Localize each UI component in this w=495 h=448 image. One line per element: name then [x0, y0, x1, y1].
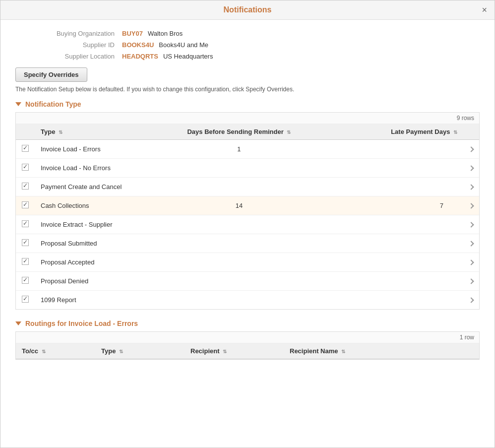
- late-payment-cell: [334, 159, 463, 178]
- checkbox-cell: [16, 253, 35, 272]
- tocc-sort-icon: ⇅: [42, 349, 46, 354]
- table-row[interactable]: Invoice Extract - Supplier: [16, 215, 479, 234]
- checkbox-cell: [16, 159, 35, 178]
- row-checkbox[interactable]: [22, 277, 29, 284]
- table-row[interactable]: Proposal Submitted: [16, 234, 479, 253]
- chevron-right-icon[interactable]: [468, 278, 474, 284]
- supplier-loc-label: Supplier Location: [15, 53, 115, 60]
- checkbox-cell: [16, 196, 35, 215]
- row-checkbox[interactable]: [22, 220, 29, 227]
- chevron-cell[interactable]: [463, 140, 479, 159]
- row-checkbox[interactable]: [22, 296, 29, 303]
- type-cell: Cash Collections: [35, 196, 144, 215]
- routings-type-column-header[interactable]: Type ⇅: [95, 343, 185, 359]
- type-cell: Invoice Load - No Errors: [35, 159, 144, 178]
- days-before-cell: 14: [144, 196, 334, 215]
- table-row[interactable]: Payment Create and Cancel: [16, 178, 479, 196]
- supplier-loc-row: Supplier Location HEADQRTS US Headquarte…: [15, 53, 480, 60]
- late-payment-cell: [334, 140, 463, 159]
- chevron-right-icon[interactable]: [468, 297, 474, 303]
- chevron-cell[interactable]: [463, 291, 479, 310]
- notification-note: The Notification Setup below is defaulte…: [15, 86, 480, 93]
- routings-header-row: To/cc ⇅ Type ⇅ Recipient ⇅ Recipient Nam…: [16, 343, 479, 359]
- chevron-cell[interactable]: [463, 159, 479, 178]
- table-row[interactable]: 1099 Report: [16, 291, 479, 310]
- routings-row-count: 1 row: [16, 332, 479, 343]
- type-cell: 1099 Report: [35, 291, 144, 310]
- recipient-sort-icon: ⇅: [223, 349, 227, 354]
- chevron-cell[interactable]: [463, 178, 479, 196]
- checkbox-cell: [16, 291, 35, 310]
- days-before-cell: [144, 291, 334, 310]
- days-before-cell: [144, 272, 334, 291]
- recipient-column-header[interactable]: Recipient ⇅: [185, 343, 284, 359]
- collapse-notification-type-icon[interactable]: [15, 102, 21, 106]
- supplier-id-name: Books4U and Me: [159, 41, 208, 49]
- days-before-column-header[interactable]: Days Before Sending Reminder ⇅: [144, 124, 334, 140]
- table-row[interactable]: Cash Collections147: [16, 196, 479, 215]
- late-payment-cell: [334, 215, 463, 234]
- chevron-cell[interactable]: [463, 215, 479, 234]
- supplier-loc-name: US Headquarters: [163, 53, 213, 60]
- row-checkbox[interactable]: [22, 183, 29, 190]
- supplier-loc-code: HEADQRTS: [122, 53, 158, 60]
- row-checkbox[interactable]: [22, 164, 29, 171]
- chevron-right-icon[interactable]: [468, 165, 474, 171]
- days-before-cell: [144, 159, 334, 178]
- close-button[interactable]: ×: [482, 5, 487, 15]
- collapse-routings-icon[interactable]: [15, 321, 21, 325]
- notification-type-title: Notification Type: [25, 100, 81, 108]
- days-before-cell: [144, 253, 334, 272]
- chevron-right-icon[interactable]: [468, 222, 474, 227]
- specify-overrides-button[interactable]: Specify Overrides: [15, 67, 87, 82]
- tocc-column-header[interactable]: To/cc ⇅: [16, 343, 95, 359]
- row-checkbox[interactable]: [22, 201, 29, 208]
- info-section: Buying Organization BUY07 Walton Bros Su…: [15, 30, 480, 60]
- buying-org-label: Buying Organization: [15, 30, 115, 37]
- late-payment-cell: 7: [334, 196, 463, 215]
- table-row[interactable]: Invoice Load - No Errors: [16, 159, 479, 178]
- notification-type-header-row: Type ⇅ Days Before Sending Reminder ⇅ La…: [16, 124, 479, 140]
- type-cell: Payment Create and Cancel: [35, 178, 144, 196]
- checkbox-cell: [16, 272, 35, 291]
- checkbox-header: [16, 124, 35, 140]
- recipient-name-sort-icon: ⇅: [341, 349, 345, 354]
- buying-org-name: Walton Bros: [148, 30, 183, 37]
- notification-type-row-count: 9 rows: [16, 113, 479, 124]
- type-sort-icon: ⇅: [59, 129, 62, 135]
- row-checkbox[interactable]: [22, 145, 29, 152]
- notification-type-table: Type ⇅ Days Before Sending Reminder ⇅ La…: [16, 124, 479, 309]
- type-column-header[interactable]: Type ⇅: [35, 124, 144, 140]
- chevron-right-icon[interactable]: [468, 184, 474, 190]
- chevron-cell[interactable]: [463, 253, 479, 272]
- late-payment-cell: [334, 253, 463, 272]
- checkbox-cell: [16, 215, 35, 234]
- row-checkbox[interactable]: [22, 258, 29, 265]
- checkbox-cell: [16, 178, 35, 196]
- chevron-cell[interactable]: [463, 234, 479, 253]
- checkbox-cell: [16, 140, 35, 159]
- table-row[interactable]: Invoice Load - Errors1: [16, 140, 479, 159]
- modal-header: Notifications ×: [0, 0, 495, 20]
- chevron-right-icon[interactable]: [468, 259, 474, 265]
- chevron-right-icon[interactable]: [468, 146, 474, 152]
- chevron-right-icon[interactable]: [468, 241, 474, 246]
- notification-type-section-header: Notification Type: [15, 100, 480, 108]
- row-checkbox[interactable]: [22, 239, 29, 246]
- days-before-cell: [144, 234, 334, 253]
- days-before-cell: [144, 215, 334, 234]
- type-cell: Invoice Load - Errors: [35, 140, 144, 159]
- modal-title: Notifications: [224, 5, 272, 14]
- table-row[interactable]: Proposal Denied: [16, 272, 479, 291]
- chevron-cell[interactable]: [463, 272, 479, 291]
- recipient-name-column-header[interactable]: Recipient Name ⇅: [284, 343, 479, 359]
- modal-body: Buying Organization BUY07 Walton Bros Su…: [0, 20, 495, 370]
- buying-org-row: Buying Organization BUY07 Walton Bros: [15, 30, 480, 37]
- table-row[interactable]: Proposal Accepted: [16, 253, 479, 272]
- chevron-cell[interactable]: [463, 196, 479, 215]
- days-before-cell: [144, 178, 334, 196]
- late-payment-cell: [334, 234, 463, 253]
- late-payment-column-header[interactable]: Late Payment Days ⇅: [334, 124, 463, 140]
- chevron-right-icon[interactable]: [468, 203, 474, 208]
- routings-section-header: Routings for Invoice Load - Errors: [15, 320, 480, 327]
